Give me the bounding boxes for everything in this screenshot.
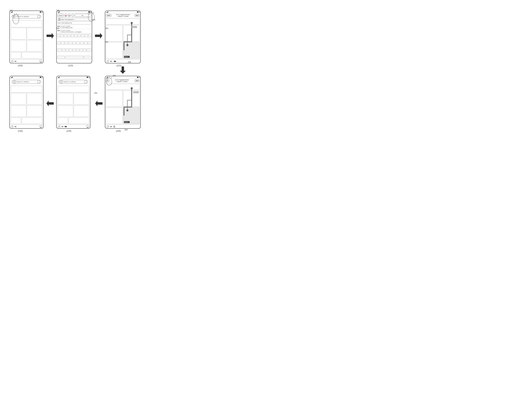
route1-label-220: Route 1 — [124, 121, 130, 123]
route-start-icon — [58, 18, 61, 21]
key[interactable] — [69, 48, 72, 52]
bottom-bar-215: ⇗ 3D — [105, 59, 140, 63]
svg-line-28 — [111, 77, 112, 78]
sugg1-sub: to 1234 Address Rd. — [60, 27, 73, 28]
key[interactable] — [78, 34, 81, 37]
route1-label-215: Route 1 — [124, 56, 130, 58]
signal-icon-215 — [106, 11, 108, 13]
key[interactable] — [71, 34, 74, 37]
key[interactable] — [88, 41, 91, 45]
key[interactable] — [84, 41, 87, 45]
cancel-btn-210[interactable]: Cancel — [57, 14, 64, 17]
map-tile — [11, 52, 21, 59]
key[interactable] — [57, 56, 65, 59]
arrow-right-1 — [46, 32, 54, 40]
3d-label-230: 3D — [15, 126, 17, 128]
svg-marker-6 — [47, 33, 54, 39]
key[interactable] — [83, 48, 86, 52]
map-tile — [11, 28, 26, 39]
map-tile — [27, 93, 42, 105]
map-tile — [58, 93, 73, 105]
key[interactable] — [64, 34, 67, 37]
phone-230: Search or Address ⇗ 3D — [10, 76, 44, 129]
direction-arrow-215 — [113, 60, 116, 63]
compass-icon-230: ⇗ — [11, 125, 13, 128]
key[interactable] — [73, 48, 76, 52]
key[interactable] — [68, 41, 72, 45]
walk-icon-210[interactable]: 🚶 — [71, 14, 74, 17]
ref-255: 255 — [94, 92, 97, 94]
signal-icon-210 — [58, 11, 59, 13]
diagram-container: Search or Address ⇗ — [0, 0, 177, 137]
key[interactable] — [57, 48, 62, 52]
key[interactable] — [65, 41, 68, 45]
search-bar-225[interactable]: Search or Address — [59, 80, 88, 84]
compass-icon-205: ⇗ — [11, 60, 13, 63]
key[interactable] — [66, 48, 69, 52]
key[interactable] — [65, 56, 83, 59]
map-tile — [106, 107, 123, 124]
compass-icon-215: ⇗ — [107, 60, 109, 63]
phone-215: Clear 1st of 2 Suggested Routes 2 Minute… — [105, 10, 141, 63]
key[interactable] — [85, 34, 88, 37]
key[interactable] — [74, 34, 77, 37]
status-bar-230 — [10, 76, 43, 79]
search-bar-230[interactable]: Search or Address — [12, 80, 41, 84]
svg-marker-14 — [95, 33, 102, 39]
start-btn-220[interactable]: Start — [134, 79, 140, 82]
route-info-215: 1st of 2 Suggested Routes 2 Minutes - 0.… — [112, 14, 134, 17]
key[interactable] — [61, 34, 64, 37]
key[interactable] — [73, 41, 76, 45]
start-btn-215[interactable]: Start — [134, 14, 140, 17]
key[interactable] — [57, 41, 61, 45]
route-info-220: 1st of 2 Suggested Routes 2 Minutes - 0.… — [110, 79, 134, 82]
svg-line-26 — [108, 76, 108, 78]
key[interactable] — [67, 34, 71, 37]
keyboard-210 — [57, 33, 92, 63]
svg-marker-30 — [61, 81, 62, 82]
svg-marker-31 — [65, 126, 67, 128]
key[interactable] — [88, 34, 91, 37]
ref-260: 260 — [105, 41, 108, 43]
status-bar-205 — [10, 11, 43, 13]
key[interactable] — [61, 41, 64, 45]
key[interactable] — [62, 48, 65, 52]
map-tile — [68, 117, 89, 124]
start-field-210: Start: 234 Keyboard L... — [61, 19, 76, 20]
car-icon-210[interactable]: 🚗 — [64, 14, 67, 17]
svg-marker-32 — [46, 101, 54, 106]
signal-icon-225 — [58, 76, 59, 78]
map-tile-selected: Route 1 — [123, 42, 140, 59]
key[interactable] — [57, 34, 60, 37]
key[interactable] — [80, 41, 84, 45]
key[interactable] — [87, 48, 91, 52]
key[interactable] — [84, 56, 91, 59]
map-tile — [22, 117, 42, 124]
key[interactable] — [76, 48, 79, 52]
ref-261: 261 — [105, 27, 108, 29]
suggestion-2-210[interactable]: Current Location to Home 123 A Street, L… — [57, 29, 92, 33]
compass-icon-220: ⇗ — [107, 125, 109, 128]
finger-205 — [12, 13, 20, 26]
map-tile — [11, 40, 26, 52]
arrow-left-1 — [95, 99, 103, 108]
map-tile — [27, 105, 42, 117]
phone-210: Cancel 🚗 🚌 🚶 Ro... Start: 234 Keyboard L… — [56, 10, 92, 63]
status-bar-215 — [105, 11, 140, 13]
phone-225: Search or Address ⇗ 3D — [56, 76, 90, 129]
suggestion-1-210[interactable]: Current Location to 1234 Address Rd. — [57, 25, 92, 29]
key[interactable] — [76, 41, 80, 45]
battery-icon-230 — [40, 77, 42, 78]
map-tile — [106, 42, 123, 59]
sugg2-main: Current Location — [60, 30, 82, 31]
key[interactable] — [81, 34, 84, 37]
map-tile — [74, 105, 89, 117]
map-tile — [74, 93, 89, 105]
key[interactable] — [80, 48, 83, 52]
clear-btn-215[interactable]: Clear — [106, 14, 111, 17]
bottom-bar-230: ⇗ 3D — [10, 125, 43, 128]
map-tile-route: Route 2 — [123, 90, 140, 107]
bus-icon-210[interactable]: 🚌 — [68, 14, 71, 17]
route2-label-215: Route 2 — [132, 26, 137, 28]
sugg2-sub: to Home 123 A Street, Los Angeles — [60, 31, 82, 33]
